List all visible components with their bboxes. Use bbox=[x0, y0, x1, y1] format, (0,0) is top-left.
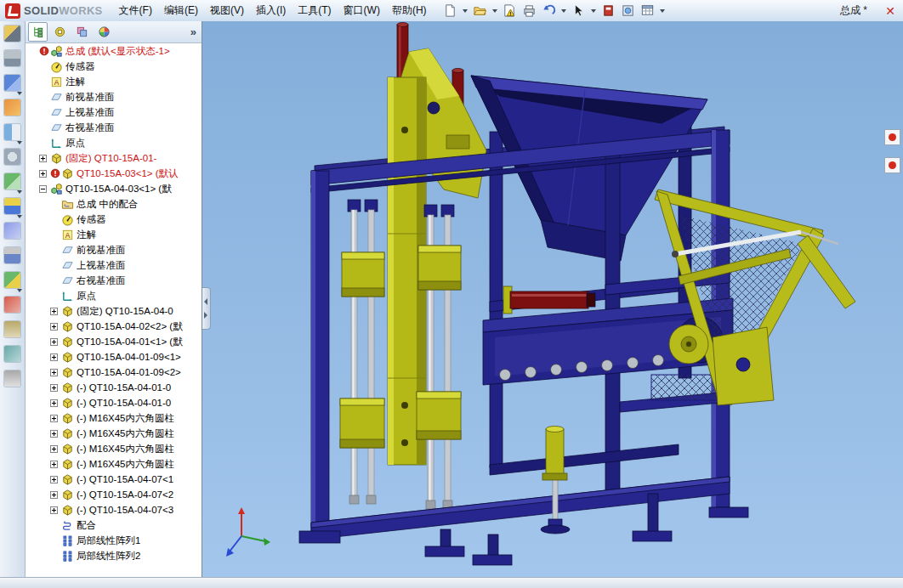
expand-icon[interactable] bbox=[50, 476, 58, 483]
tree-item[interactable]: (固定) QT10-15A-04-0 bbox=[26, 303, 202, 319]
tab-feature-manager[interactable] bbox=[28, 22, 48, 42]
tree-item[interactable]: 传感器 bbox=[26, 59, 202, 74]
tree-item[interactable]: 原点 bbox=[26, 135, 202, 150]
tree-item[interactable]: 前视基准面 bbox=[26, 242, 202, 257]
undo-dropdown-icon[interactable] bbox=[561, 9, 566, 13]
menu-view[interactable]: 视图(V) bbox=[204, 1, 250, 20]
tree-item[interactable]: 传感器 bbox=[26, 212, 202, 227]
tree-item[interactable]: (-) M16X45内六角圆柱 bbox=[26, 441, 202, 456]
tree-item[interactable]: (-) QT10-15A-04-07<1 bbox=[26, 472, 202, 487]
tree-item[interactable]: (-) QT10-15A-04-01-0 bbox=[26, 395, 202, 410]
menu-window[interactable]: 窗口(W) bbox=[338, 1, 386, 20]
mass-properties-icon[interactable] bbox=[4, 346, 20, 362]
interference-detection-icon[interactable] bbox=[4, 297, 20, 313]
tree-item[interactable]: 局部线性阵列2 bbox=[26, 548, 202, 563]
tab-property-manager[interactable] bbox=[50, 22, 70, 42]
dimension-icon[interactable] bbox=[4, 50, 20, 66]
tree-item[interactable]: (-) QT10-15A-04-01-0 bbox=[26, 380, 202, 395]
design-table-icon[interactable] bbox=[639, 2, 656, 20]
expand-icon[interactable] bbox=[39, 170, 47, 178]
expand-icon[interactable] bbox=[50, 506, 58, 514]
tree-item[interactable]: (-) QT10-15A-04-07<3 bbox=[26, 502, 202, 517]
exploded-view-icon[interactable] bbox=[4, 272, 20, 288]
equations-icon[interactable] bbox=[4, 370, 20, 387]
menu-edit[interactable]: 编辑(E) bbox=[158, 1, 204, 20]
design-table-dropdown-icon[interactable] bbox=[660, 9, 665, 13]
close-icon[interactable]: ✕ bbox=[881, 4, 900, 18]
toolbox-icon[interactable] bbox=[599, 2, 617, 20]
plane-icon bbox=[61, 259, 74, 272]
tree-item[interactable]: 原点 bbox=[26, 288, 202, 303]
tree-item[interactable]: (-) QT10-15A-04-07<2 bbox=[26, 487, 202, 502]
tree-item[interactable]: QT10-15A-03<1> (默认 bbox=[26, 166, 202, 181]
menu-file[interactable]: 文件(F) bbox=[113, 1, 158, 20]
expand-icon[interactable] bbox=[50, 399, 58, 407]
expand-icon[interactable] bbox=[50, 415, 58, 422]
tree-item[interactable]: QT10-15A-04-01-09<2> bbox=[26, 365, 202, 380]
move-component-icon[interactable] bbox=[4, 223, 20, 239]
smart-fastener-icon[interactable] bbox=[4, 247, 20, 263]
tree-item[interactable]: QT10-15A-04-02<2> (默 bbox=[26, 319, 202, 334]
tree-item[interactable]: QT10-15A-04-03<1> (默 bbox=[26, 181, 202, 196]
tree-item[interactable]: 上视基准面 bbox=[26, 257, 202, 273]
insert-component-icon[interactable] bbox=[4, 173, 20, 189]
tree-item[interactable]: (固定) QT10-15A-01- bbox=[26, 150, 202, 166]
panel-splitter-handle[interactable] bbox=[202, 287, 211, 330]
rotate-view-icon[interactable] bbox=[4, 149, 20, 165]
document-warning-icon[interactable] bbox=[501, 2, 519, 20]
tree-item[interactable]: 上视基准面 bbox=[26, 105, 202, 120]
floating-red-button-icon[interactable] bbox=[884, 129, 900, 145]
menu-help[interactable]: 帮助(H) bbox=[386, 1, 433, 20]
tree-item[interactable]: QT10-15A-04-01<1> (默 bbox=[26, 334, 202, 349]
tree-item[interactable]: 前视基准面 bbox=[26, 89, 202, 105]
expand-icon[interactable] bbox=[50, 308, 58, 315]
tree-item[interactable]: QT10-15A-04-01-09<1> bbox=[26, 349, 202, 365]
tabs-overflow-button[interactable]: » bbox=[190, 25, 199, 38]
pattern-icon[interactable] bbox=[4, 75, 20, 91]
expand-icon[interactable] bbox=[50, 384, 58, 392]
tree-item[interactable]: 注解 bbox=[26, 74, 202, 89]
menu-insert[interactable]: 插入(I) bbox=[250, 1, 292, 20]
tree-item[interactable]: 总成 中的配合 bbox=[26, 196, 202, 212]
tree-item[interactable]: 注解 bbox=[26, 227, 202, 242]
view-settings-icon[interactable] bbox=[619, 2, 637, 20]
undo-icon[interactable] bbox=[540, 2, 558, 20]
expand-icon[interactable] bbox=[50, 369, 58, 376]
mate-icon[interactable] bbox=[4, 198, 20, 214]
graphics-viewport[interactable] bbox=[202, 21, 903, 578]
tree-item[interactable]: (-) M16X45内六角圆柱 bbox=[26, 456, 202, 472]
tab-display-manager[interactable] bbox=[94, 22, 114, 42]
section-view-icon[interactable] bbox=[4, 124, 20, 140]
new-document-dropdown-icon[interactable] bbox=[463, 9, 468, 13]
tree-item[interactable]: (-) M16X45内六角圆柱 bbox=[26, 410, 202, 426]
plane-icon bbox=[61, 244, 74, 257]
tree-item[interactable]: 右视基准面 bbox=[26, 273, 202, 288]
expand-icon[interactable] bbox=[50, 323, 58, 331]
expand-icon[interactable] bbox=[50, 430, 58, 438]
print-icon[interactable] bbox=[520, 2, 538, 20]
expand-icon[interactable] bbox=[50, 338, 58, 346]
expand-icon[interactable] bbox=[50, 353, 58, 361]
plane-icon bbox=[50, 106, 63, 119]
open-dropdown-icon[interactable] bbox=[492, 9, 497, 13]
expand-icon[interactable] bbox=[39, 155, 47, 162]
select-dropdown-icon[interactable] bbox=[591, 9, 596, 13]
tree-item[interactable]: (-) M16X45内六角圆柱 bbox=[26, 426, 202, 441]
tab-configuration-manager[interactable] bbox=[72, 22, 92, 42]
appearance-icon[interactable] bbox=[4, 99, 20, 116]
tree-item[interactable]: 右视基准面 bbox=[26, 120, 202, 135]
tree-item[interactable]: 配合 bbox=[26, 517, 202, 533]
open-folder-icon[interactable] bbox=[471, 2, 489, 20]
tree-item[interactable]: 总成 (默认<显示状态-1> bbox=[26, 43, 202, 59]
floating-red-button-icon[interactable] bbox=[884, 157, 900, 173]
tree-item[interactable]: 局部线性阵列1 bbox=[26, 533, 202, 548]
expand-icon[interactable] bbox=[50, 461, 58, 468]
new-document-icon[interactable] bbox=[441, 2, 459, 20]
expand-icon[interactable] bbox=[50, 445, 58, 453]
measure-icon[interactable] bbox=[4, 321, 20, 337]
expand-icon[interactable] bbox=[50, 491, 58, 499]
select-arrow-icon[interactable] bbox=[570, 2, 588, 20]
collapse-icon[interactable] bbox=[39, 185, 47, 193]
menu-tools[interactable]: 工具(T) bbox=[292, 1, 337, 20]
sketch-icon[interactable] bbox=[4, 25, 20, 42]
